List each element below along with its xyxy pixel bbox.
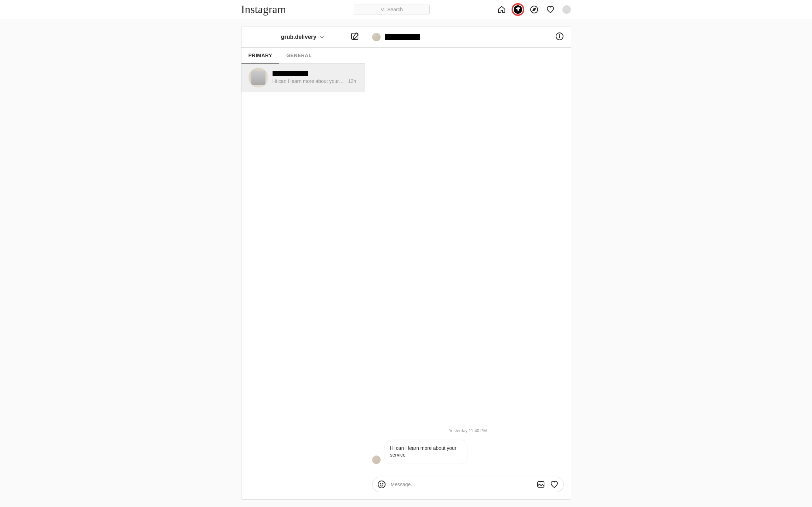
sidebar-header: grub.delivery <box>241 26 365 48</box>
svg-point-0 <box>381 8 384 10</box>
search-container: Search <box>354 5 430 14</box>
svg-point-9 <box>380 483 381 484</box>
info-icon <box>555 32 564 41</box>
svg-line-1 <box>383 10 384 11</box>
svg-point-8 <box>378 481 385 488</box>
search-input[interactable]: Search <box>354 5 430 14</box>
image-icon <box>537 480 545 489</box>
account-switcher[interactable]: grub.delivery <box>281 34 325 40</box>
home-icon[interactable] <box>497 5 506 14</box>
svg-marker-3 <box>533 8 536 11</box>
chat-header-avatar <box>372 33 381 41</box>
message-bubble: Hi can I learn more about your service <box>384 440 467 464</box>
tab-general[interactable]: GENERAL <box>279 48 319 63</box>
message-sender-avatar[interactable] <box>372 455 381 464</box>
top-navigation: Instagram Search <box>0 0 812 19</box>
emoji-icon <box>377 480 386 489</box>
chat-info-button[interactable] <box>555 32 564 42</box>
thread-body: Hi can I learn more about your… · 12h <box>273 71 358 84</box>
thread-username-redacted <box>273 71 308 76</box>
tab-primary[interactable]: PRIMARY <box>241 48 280 64</box>
instagram-logo[interactable]: Instagram <box>241 3 286 16</box>
heart-icon <box>550 480 559 489</box>
inbox-tabs: PRIMARY GENERAL <box>241 48 365 64</box>
nav-icons <box>497 5 571 14</box>
search-icon <box>381 7 385 12</box>
thread-preview: Hi can I learn more about your… · 12h <box>273 78 358 84</box>
like-button[interactable] <box>550 480 559 489</box>
thread-avatar <box>249 68 268 87</box>
message-input[interactable] <box>391 482 532 487</box>
chat-pane: Yesterday 11:40 PM Hi can I learn more a… <box>365 26 571 499</box>
inbox-sidebar: grub.delivery PRIMARY GENERAL Hi can I l… <box>241 26 365 499</box>
message-composer <box>372 477 564 492</box>
svg-point-10 <box>382 483 383 484</box>
avatar-icon <box>562 5 571 14</box>
chat-username-redacted <box>385 34 420 40</box>
chat-header <box>365 26 571 48</box>
message-timestamp: Yesterday 11:40 PM <box>372 428 564 433</box>
compose-new-message-button[interactable] <box>351 32 359 42</box>
direct-messages-icon[interactable] <box>514 5 522 14</box>
chat-header-left[interactable] <box>372 33 420 41</box>
chevron-down-icon <box>319 34 325 40</box>
add-photo-button[interactable] <box>537 480 545 489</box>
svg-point-6 <box>559 35 560 35</box>
thread-item[interactable]: Hi can I learn more about your… · 12h <box>241 64 365 92</box>
search-placeholder: Search <box>387 7 403 12</box>
message-list: Yesterday 11:40 PM Hi can I learn more a… <box>365 48 571 477</box>
emoji-button[interactable] <box>377 480 386 489</box>
profile-avatar[interactable] <box>562 5 571 14</box>
activity-heart-icon[interactable] <box>546 5 555 14</box>
explore-icon[interactable] <box>530 5 538 14</box>
message-row: Hi can I learn more about your service <box>372 440 564 464</box>
dm-panel: grub.delivery PRIMARY GENERAL Hi can I l… <box>241 26 571 500</box>
account-name: grub.delivery <box>281 34 316 40</box>
compose-icon <box>351 32 359 41</box>
thread-list: Hi can I learn more about your… · 12h <box>241 64 365 499</box>
